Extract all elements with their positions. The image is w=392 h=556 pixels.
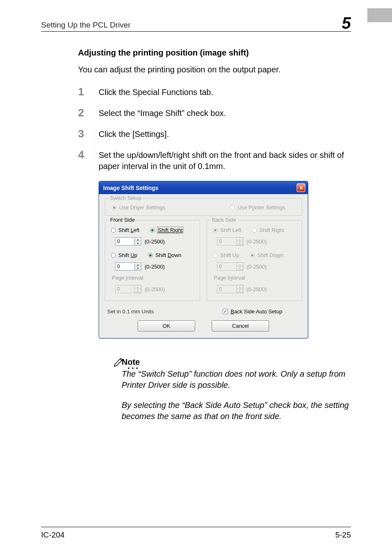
use-printer-settings-radio[interactable]: Use Printer Settings bbox=[230, 204, 285, 211]
radio-icon bbox=[252, 228, 257, 233]
radio-selected-icon bbox=[112, 205, 117, 210]
step-text: Select the “Image Shift” check box. bbox=[99, 107, 226, 119]
note-heading: Note bbox=[122, 357, 351, 367]
image-shift-dialog: Image Shift Settings ✕ Switch Setup Use … bbox=[99, 181, 308, 338]
range-label: (0-2500) bbox=[247, 239, 267, 245]
front-v-input[interactable] bbox=[115, 262, 135, 271]
running-header: Setting Up the PCL Driver 5 bbox=[41, 13, 351, 32]
note-pencil-icon bbox=[113, 355, 125, 367]
units-note: Set in 0.1 mm Units bbox=[106, 308, 154, 315]
back-v-input[interactable] bbox=[217, 262, 237, 271]
spinner-buttons[interactable]: ▲▼ bbox=[135, 262, 141, 271]
dialog-buttons: OK Cancel bbox=[105, 320, 302, 331]
radio-label: Shift Down bbox=[257, 252, 283, 258]
image-shift-dialog-screenshot: Image Shift Settings ✕ Switch Setup Use … bbox=[99, 181, 308, 338]
spinner-buttons[interactable]: ▲▼ bbox=[237, 262, 243, 271]
page-edge-tab bbox=[367, 8, 392, 22]
front-shift-left-radio[interactable]: Shift Left bbox=[111, 227, 139, 233]
radio-label: Shift Right bbox=[259, 227, 284, 233]
back-page-interval-label: Page Interval bbox=[214, 275, 297, 281]
dialog-titlebar: Image Shift Settings ✕ bbox=[99, 181, 308, 194]
front-h-spinner[interactable]: ▲▼ bbox=[115, 237, 141, 246]
note-dots-icon: ... bbox=[127, 361, 140, 371]
back-v-spinner[interactable]: ▲▼ bbox=[217, 262, 243, 271]
radio-label: Use Printer Settings bbox=[238, 204, 285, 211]
back-shift-left-radio[interactable]: Shift Left bbox=[213, 227, 241, 233]
page: Setting Up the PCL Driver 5 Adjusting th… bbox=[0, 0, 392, 422]
switch-setup-group: Switch Setup Use Driver Settings Use Pri… bbox=[105, 198, 302, 216]
sides-row: Front Side Shift Left Shift Right bbox=[105, 220, 302, 305]
back-side-auto-setup-checkbox[interactable]: ✓ Back Side Auto Setup bbox=[223, 308, 301, 315]
radio-label: Use Driver Settings bbox=[119, 204, 165, 211]
ok-button[interactable]: OK bbox=[138, 320, 195, 331]
note-paragraph-2: By selecting the “Back Side Auto Setup” … bbox=[122, 400, 351, 422]
front-shift-up-radio[interactable]: Shift Up bbox=[111, 252, 137, 258]
range-label: (0-2500) bbox=[145, 239, 165, 245]
step-number: 1 bbox=[78, 86, 99, 98]
chapter-number: 5 bbox=[342, 15, 351, 31]
step-number: 4 bbox=[78, 149, 99, 161]
footer-right: 5-25 bbox=[335, 531, 351, 540]
spinner-buttons[interactable]: ▲▼ bbox=[237, 237, 243, 246]
front-page-interval: ▲▼ (0-2500) bbox=[115, 285, 196, 293]
radio-icon bbox=[111, 253, 116, 258]
radio-label: Shift Left bbox=[118, 227, 139, 233]
front-v-spinner[interactable]: ▲▼ bbox=[115, 262, 141, 271]
step-2: 2 Select the “Image Shift” check box. bbox=[78, 107, 351, 119]
page-footer: IC-204 5-25 bbox=[41, 527, 351, 540]
range-label: (0-2500) bbox=[247, 264, 267, 270]
back-h-input[interactable] bbox=[217, 237, 237, 246]
radio-label: Shift Up bbox=[118, 252, 137, 258]
step-text: Set the up/down/left/right shift on the … bbox=[99, 149, 351, 172]
back-side-group: Back Side Shift Left Shift Right bbox=[207, 220, 302, 301]
back-horizontal-shift: ▲▼ (0-2500) bbox=[217, 237, 297, 246]
dialog-title: Image Shift Settings bbox=[103, 185, 159, 191]
spinner-buttons[interactable]: ▲▼ bbox=[135, 237, 141, 246]
front-horizontal-shift: ▲▼ (0-2500) bbox=[115, 237, 196, 246]
back-vertical-shift: ▲▼ (0-2500) bbox=[217, 262, 297, 271]
radio-icon bbox=[111, 228, 116, 233]
range-label: (0-2500) bbox=[145, 264, 165, 270]
note-paragraph-1: The “Switch Setup” function does not wor… bbox=[122, 368, 351, 391]
radio-label: Shift Left bbox=[220, 227, 241, 233]
spinner-buttons[interactable]: ▲▼ bbox=[237, 285, 243, 293]
front-pi-spinner[interactable]: ▲▼ bbox=[115, 285, 141, 293]
footer-left: IC-204 bbox=[41, 531, 65, 540]
radio-icon bbox=[230, 205, 235, 210]
use-driver-settings-radio[interactable]: Use Driver Settings bbox=[112, 204, 165, 211]
content: Adjusting the printing position (image s… bbox=[41, 32, 351, 422]
back-pi-spinner[interactable]: ▲▼ bbox=[217, 285, 243, 293]
radio-icon bbox=[213, 253, 218, 258]
back-h-spinner[interactable]: ▲▼ bbox=[217, 237, 243, 246]
front-h-input[interactable] bbox=[115, 237, 135, 246]
section-intro: You can adjust the printing position on … bbox=[78, 65, 351, 74]
back-shift-right-radio[interactable]: Shift Right bbox=[252, 227, 284, 233]
close-icon[interactable]: ✕ bbox=[297, 183, 305, 192]
spinner-buttons[interactable]: ▲▼ bbox=[135, 285, 141, 293]
radio-selected-icon bbox=[148, 253, 153, 258]
section-heading: Adjusting the printing position (image s… bbox=[78, 48, 351, 58]
front-pi-input[interactable] bbox=[115, 285, 135, 293]
front-shift-right-radio[interactable]: Shift Right bbox=[150, 227, 183, 233]
radio-selected-icon bbox=[150, 228, 155, 233]
front-shift-down-radio[interactable]: Shift Down bbox=[148, 252, 181, 258]
step-number: 3 bbox=[78, 128, 99, 140]
cancel-button[interactable]: Cancel bbox=[212, 320, 269, 331]
checkbox-checked-icon: ✓ bbox=[223, 309, 228, 314]
radio-label: Shift Up bbox=[220, 252, 239, 258]
note-block: ... Note The “Switch Setup” function doe… bbox=[78, 357, 351, 422]
front-side-group: Front Side Shift Left Shift Right bbox=[105, 220, 200, 301]
step-text: Click the Special Functions tab. bbox=[99, 86, 213, 98]
radio-label: Shift Right bbox=[157, 227, 183, 233]
back-shift-up-radio[interactable]: Shift Up bbox=[213, 252, 239, 258]
checkbox-label: Back Side Auto Setup bbox=[231, 308, 282, 315]
step-number: 2 bbox=[78, 107, 99, 119]
step-text: Click the [Settings]. bbox=[99, 128, 169, 140]
back-pi-input[interactable] bbox=[217, 285, 237, 293]
step-3: 3 Click the [Settings]. bbox=[78, 128, 351, 140]
radio-selected-icon bbox=[213, 228, 218, 233]
step-1: 1 Click the Special Functions tab. bbox=[78, 86, 351, 98]
range-label: (0-2500) bbox=[145, 286, 165, 292]
front-side-legend: Front Side bbox=[108, 217, 136, 223]
back-shift-down-radio[interactable]: Shift Down bbox=[250, 252, 283, 258]
